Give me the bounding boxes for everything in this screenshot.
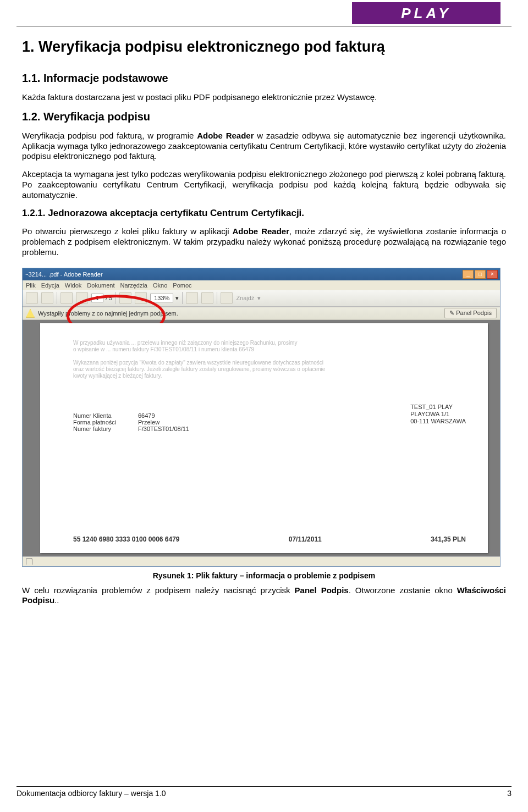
signature-icon: ✎ <box>449 310 454 316</box>
customer-kv-block: Numer Klienta66479 Forma płatnościPrzele… <box>73 412 189 432</box>
heading-1-2: 1.2. Weryfikacja podpisu <box>22 111 506 123</box>
kv-key: Numer Klienta <box>73 412 128 419</box>
zoom-in-icon[interactable] <box>135 292 147 304</box>
addr-line: PLAYOWA 1/1 <box>410 411 466 418</box>
page-content: 1. Weryfikacja podpisu elektronicznego p… <box>22 38 506 614</box>
header-divider <box>16 26 512 26</box>
kv-value: F/30TEST01/08/11 <box>138 426 189 432</box>
menu-window[interactable]: Okno <box>153 282 167 289</box>
faint-text: W przypadku używania ... przelewu innego… <box>73 340 466 379</box>
text: Weryfikacja podpisu pod fakturą, w progr… <box>22 131 197 140</box>
separator-icon <box>182 292 183 304</box>
email-icon[interactable] <box>41 292 53 304</box>
warning-icon <box>26 309 35 318</box>
window-title: ~3214... .pdf - Adobe Reader <box>25 271 103 278</box>
chevron-down-icon[interactable]: ▾ <box>175 295 179 302</box>
menu-tools[interactable]: Narzędzia <box>120 282 147 289</box>
menubar: Plik Edycja Widok Dokument Narzędzia Okn… <box>23 280 500 290</box>
kv-key: Numer faktury <box>73 426 128 432</box>
page-down-icon[interactable] <box>76 292 88 304</box>
para-1-2-a: Weryfikacja podpisu pod fakturą, w progr… <box>22 131 506 162</box>
bold-adobe-2: Adobe Reader <box>232 227 289 236</box>
adobe-reader-window: ~3214... .pdf - Adobe Reader _ □ × Plik … <box>22 268 501 567</box>
figure-caption: Rysunek 1: Plik faktury – informacja o p… <box>22 571 506 580</box>
bold-adobe: Adobe Reader <box>197 131 254 140</box>
sign-icon[interactable] <box>201 292 213 304</box>
para-after-figure: W celu rozwiązania problemów z podpisem … <box>22 585 506 606</box>
maximize-button[interactable]: □ <box>475 270 486 279</box>
panel-podpis-label: Panel Podpis <box>456 310 492 316</box>
zoom-value[interactable]: 133% <box>150 294 173 302</box>
text: . Otworzone zostanie okno <box>349 585 457 595</box>
pdf-page: W przypadku używania ... przelewu innego… <box>40 323 488 553</box>
heading-1-2-1: 1.2.1. Jednorazowa akceptacja certyfikat… <box>22 208 506 219</box>
menu-document[interactable]: Dokument <box>87 282 114 289</box>
invoice-info-row: Numer Klienta66479 Forma płatnościPrzele… <box>73 412 466 432</box>
separator-icon <box>57 292 57 304</box>
minimize-button[interactable]: _ <box>463 270 474 279</box>
toolbar: / 5 133% ▾ Znajdź ▾ <box>23 290 500 307</box>
addr-line: TEST_01 PLAY <box>410 404 466 411</box>
chevron-down-icon[interactable]: ▾ <box>257 295 261 302</box>
footer-left: Dokumentacja odbiorcy faktury – wersja 1… <box>16 789 166 798</box>
find-label: Znajdź <box>236 295 254 301</box>
zoom-out-icon[interactable] <box>119 292 131 304</box>
invoice-amount: 341,35 PLN <box>431 535 466 543</box>
titlebar: ~3214... .pdf - Adobe Reader _ □ × <box>23 268 500 280</box>
account-number: 55 1240 6980 3333 0100 0006 6479 <box>73 535 180 543</box>
page-total: / 5 <box>106 295 112 301</box>
para-1-2-1: Po otwarciu pierwszego z kolei pliku fak… <box>22 227 506 257</box>
separator-icon <box>217 292 217 304</box>
panel-podpis-button[interactable]: ✎ Panel Podpis <box>444 308 497 318</box>
zoom-control: 133% ▾ <box>150 294 179 302</box>
menu-help[interactable]: Pomoc <box>173 282 191 289</box>
text: W celu rozwiązania problemów z podpisem … <box>22 585 295 595</box>
menu-edit[interactable]: Edycja <box>41 282 59 289</box>
toolbar-area: / 5 133% ▾ Znajdź ▾ <box>23 290 500 320</box>
document-viewport[interactable]: W przypadku używania ... przelewu innego… <box>23 320 500 556</box>
close-button[interactable]: × <box>487 270 498 279</box>
heading-1: 1. Weryfikacja podpisu elektronicznego p… <box>22 38 506 56</box>
para-1-2-b: Akceptacja ta wymagana jest tylko podcza… <box>22 169 506 200</box>
statusbar <box>23 556 500 566</box>
menu-file[interactable]: Plik <box>26 282 36 289</box>
heading-1-1: 1.1. Informacje podstawowe <box>22 72 506 85</box>
kv-value: 66479 <box>138 412 155 419</box>
select-icon[interactable] <box>221 292 233 304</box>
bold-panel-podpis: Panel Podpis <box>295 585 349 595</box>
addr-line: 00-111 WARSZAWA <box>410 418 466 425</box>
invoice-date: 07/11/2011 <box>289 535 322 543</box>
window-controls: _ □ × <box>463 270 498 279</box>
attachment-icon[interactable] <box>26 558 32 565</box>
signature-warning-text: Wystąpiły problemy z co najmniej jednym … <box>38 310 178 317</box>
text: Po otwarciu pierwszego z kolei pliku fak… <box>22 227 232 236</box>
page-up-icon[interactable] <box>61 292 73 304</box>
invoice-summary-row: 55 1240 6980 3333 0100 0006 6479 07/11/2… <box>73 535 466 543</box>
kv-value: Przelew <box>138 419 160 426</box>
separator-icon <box>116 292 116 304</box>
brand-logo: PLAY <box>352 2 501 24</box>
page-indicator: / 5 <box>91 294 112 302</box>
print-icon[interactable] <box>26 292 38 304</box>
screenshot-figure: ~3214... .pdf - Adobe Reader _ □ × Plik … <box>22 268 506 580</box>
para-1-1: Każda faktura dostarczana jest w postaci… <box>22 92 506 103</box>
kv-key: Forma płatności <box>73 419 128 426</box>
footer-page-number: 3 <box>507 789 512 798</box>
address-block: TEST_01 PLAY PLAYOWA 1/1 00-111 WARSZAWA <box>410 404 466 432</box>
menu-view[interactable]: Widok <box>65 282 82 289</box>
page-footer: Dokumentacja odbiorcy faktury – wersja 1… <box>16 786 512 798</box>
signature-message-bar: Wystąpiły problemy z co najmniej jednym … <box>23 307 500 320</box>
text: .. <box>54 595 59 605</box>
save-icon[interactable] <box>186 292 198 304</box>
page-current-input[interactable] <box>91 294 103 302</box>
